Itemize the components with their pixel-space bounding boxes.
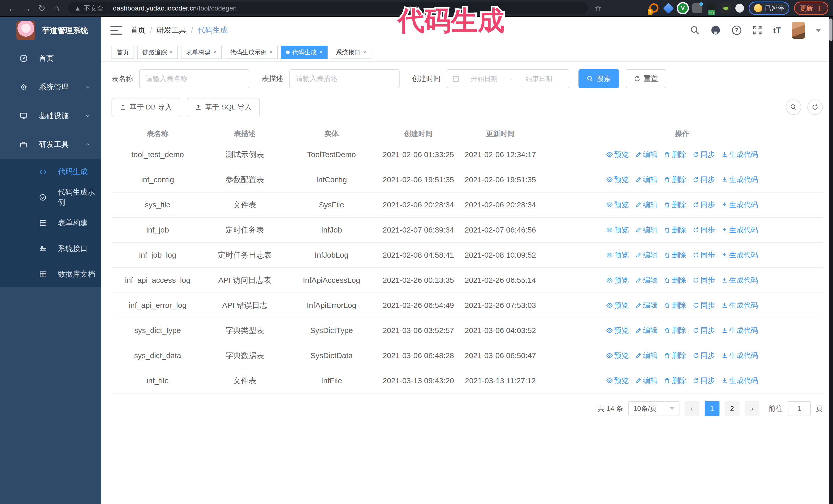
- github-icon[interactable]: [711, 25, 721, 35]
- generate-code-link[interactable]: 生成代码: [721, 325, 758, 336]
- generate-code-link[interactable]: 生成代码: [721, 350, 758, 361]
- reset-button[interactable]: 重置: [626, 69, 666, 88]
- delete-link[interactable]: 删除: [664, 274, 686, 286]
- import-db-button[interactable]: 基于 DB 导入: [112, 98, 180, 116]
- delete-link[interactable]: 删除: [664, 199, 686, 211]
- sidebar-item-db-doc[interactable]: 数据库文档: [0, 262, 101, 287]
- preview-link[interactable]: 预览: [606, 174, 629, 185]
- search-button[interactable]: 搜索: [578, 69, 619, 88]
- extension-settings-icon[interactable]: [692, 3, 702, 13]
- sidebar-item-codegen[interactable]: 代码生成: [0, 159, 101, 185]
- tab-codegen[interactable]: 代码生成 ×: [281, 46, 328, 59]
- sync-link[interactable]: 同步: [693, 300, 715, 311]
- sidebar-item-form-builder[interactable]: 表单构建: [0, 210, 101, 236]
- scrollbar[interactable]: [829, 17, 833, 504]
- preview-link[interactable]: 预览: [606, 375, 629, 386]
- app-logo-row[interactable]: 芋道管理系统: [0, 17, 101, 44]
- generate-code-link[interactable]: 生成代码: [721, 300, 758, 311]
- preview-link[interactable]: 预览: [606, 199, 629, 211]
- delete-link[interactable]: 删除: [664, 325, 686, 336]
- table-desc-input[interactable]: [289, 69, 400, 88]
- tab-home[interactable]: 首页: [112, 46, 134, 59]
- breadcrumb-devtools[interactable]: 研发工具: [157, 25, 186, 35]
- edit-link[interactable]: 编辑: [635, 249, 658, 261]
- sync-link[interactable]: 同步: [693, 224, 715, 236]
- security-label[interactable]: 不安全: [84, 4, 103, 13]
- preview-link[interactable]: 预览: [606, 149, 629, 160]
- generate-code-link[interactable]: 生成代码: [721, 249, 758, 261]
- home-icon[interactable]: ⌂: [49, 1, 64, 16]
- preview-link[interactable]: 预览: [606, 350, 629, 361]
- browser-profile-chip[interactable]: 已暂停: [749, 2, 789, 15]
- generate-code-link[interactable]: 生成代码: [721, 375, 758, 386]
- sync-link[interactable]: 同步: [693, 249, 715, 261]
- edit-link[interactable]: 编辑: [635, 224, 658, 236]
- forward-icon[interactable]: →: [20, 1, 34, 16]
- delete-link[interactable]: 删除: [664, 149, 686, 160]
- generate-code-link[interactable]: 生成代码: [721, 224, 758, 236]
- sync-link[interactable]: 同步: [693, 375, 715, 386]
- toggle-search-button[interactable]: [786, 99, 801, 115]
- close-icon[interactable]: ×: [269, 49, 273, 56]
- fullscreen-icon[interactable]: [753, 25, 762, 35]
- sync-link[interactable]: 同步: [693, 325, 715, 336]
- close-icon[interactable]: ×: [319, 49, 323, 56]
- close-icon[interactable]: ×: [213, 49, 217, 56]
- delete-link[interactable]: 删除: [664, 224, 686, 236]
- end-date-placeholder[interactable]: 结束日期: [514, 74, 564, 83]
- font-size-icon[interactable]: tT: [773, 25, 781, 35]
- page-button-1[interactable]: 1: [705, 401, 719, 416]
- delete-link[interactable]: 删除: [664, 249, 686, 261]
- generate-code-link[interactable]: 生成代码: [721, 199, 758, 211]
- sync-link[interactable]: 同步: [693, 149, 715, 160]
- edit-link[interactable]: 编辑: [635, 199, 658, 211]
- extension-tampermonkey-icon[interactable]: [721, 3, 731, 13]
- sidebar-item-home[interactable]: 首页: [0, 44, 101, 73]
- tab-codegen-example[interactable]: 代码生成示例 ×: [225, 46, 278, 59]
- extension-gem-icon[interactable]: [663, 3, 674, 14]
- refresh-table-button[interactable]: [807, 99, 823, 115]
- edit-link[interactable]: 编辑: [635, 174, 658, 185]
- extensions-puzzle-icon[interactable]: [735, 4, 744, 13]
- delete-link[interactable]: 删除: [664, 375, 686, 386]
- sync-link[interactable]: 同步: [693, 199, 715, 211]
- url-host[interactable]: dashboard.yudao.iocoder.cn: [113, 4, 197, 12]
- search-icon[interactable]: [690, 25, 700, 35]
- scrollbar-thumb[interactable]: [829, 19, 832, 41]
- close-icon[interactable]: ×: [169, 49, 173, 56]
- edit-link[interactable]: 编辑: [635, 375, 658, 386]
- breadcrumb-home[interactable]: 首页: [130, 25, 145, 35]
- help-icon[interactable]: ?: [732, 25, 742, 35]
- page-button-2[interactable]: 2: [724, 401, 739, 416]
- sidebar-item-system[interactable]: ⚙ 系统管理: [0, 73, 101, 101]
- generate-code-link[interactable]: 生成代码: [721, 174, 758, 185]
- preview-link[interactable]: 预览: [606, 249, 629, 261]
- generate-code-link[interactable]: 生成代码: [721, 274, 758, 286]
- tab-tracing[interactable]: 链路追踪 ×: [137, 46, 178, 59]
- tab-api[interactable]: 系统接口 ×: [331, 46, 372, 59]
- avatar-caret-icon[interactable]: [815, 29, 821, 32]
- delete-link[interactable]: 删除: [664, 174, 686, 185]
- edit-link[interactable]: 编辑: [635, 149, 658, 160]
- back-icon[interactable]: ←: [5, 1, 20, 16]
- collapse-sidebar-icon[interactable]: [111, 26, 122, 35]
- browser-update-button[interactable]: 更新 ⋮: [794, 2, 828, 15]
- extension-check-icon[interactable]: V: [678, 3, 688, 13]
- preview-link[interactable]: 预览: [606, 274, 629, 286]
- sidebar-item-api[interactable]: 系统接口: [0, 236, 101, 262]
- preview-link[interactable]: 预览: [606, 224, 629, 236]
- close-icon[interactable]: ×: [363, 49, 366, 56]
- page-size-select[interactable]: 10条/页: [628, 401, 680, 416]
- edit-link[interactable]: 编辑: [635, 300, 658, 311]
- prev-page-button[interactable]: ‹: [685, 401, 699, 416]
- sync-link[interactable]: 同步: [693, 274, 715, 286]
- preview-link[interactable]: 预览: [606, 300, 629, 311]
- sync-link[interactable]: 同步: [693, 174, 715, 185]
- sidebar-item-devtools[interactable]: 研发工具: [0, 130, 101, 159]
- avatar[interactable]: [792, 22, 805, 39]
- sidebar-item-infra[interactable]: 基础设施: [0, 101, 101, 130]
- delete-link[interactable]: 删除: [664, 300, 686, 311]
- goto-page-input[interactable]: [788, 401, 811, 416]
- date-range-picker[interactable]: 开始日期 - 结束日期: [447, 69, 569, 88]
- table-name-input[interactable]: [139, 69, 249, 88]
